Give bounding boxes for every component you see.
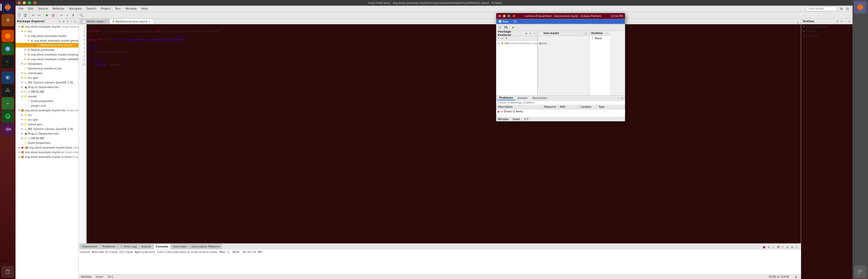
runtime-min-btn[interactable] — [503, 15, 505, 17]
rt-problems-max[interactable]: □ — [620, 96, 624, 100]
redo-btn[interactable]: ↪ — [36, 12, 42, 18]
collapse-all-btn[interactable]: ≡ — [58, 20, 61, 23]
rt-javadoc-tab[interactable]: Javadoc — [516, 96, 530, 100]
menu-refactor[interactable]: Refactor — [51, 6, 67, 11]
rt-pkg-btn-2[interactable]: ↪ — [501, 36, 504, 40]
maximize-button[interactable] — [28, 1, 31, 4]
code-text[interactable]: grammar org.xtext.example.mydsl.MyDsl wi… — [87, 24, 801, 243]
console-scroll-btn[interactable]: ⇩ — [771, 245, 776, 249]
tree-item-ecore[interactable]: 📄 Semantica.model.ecore — [16, 66, 79, 71]
runtime-pkg-minimize[interactable]: − — [532, 32, 536, 35]
firefox-icon[interactable] — [2, 30, 14, 42]
tree-item-jre2[interactable]: ▶ ☕ JRE System Library [JavaSE-1.8] — [16, 127, 79, 131]
close-tab-xtext[interactable]: × — [104, 20, 107, 23]
tab-mydsl-xtext[interactable]: 📄 MyDsl.xtext × — [80, 19, 110, 24]
eclipse-icon[interactable] — [2, 1, 14, 13]
toolbar-btn-3[interactable]: ⬆ — [70, 12, 76, 18]
rt-outline-test[interactable]: T #test — [590, 36, 610, 40]
tree-item-xtend-gen2[interactable]: ▶ 📁 xtend-gen — [16, 122, 79, 127]
rt-declaration-tab[interactable]: Declaration — [530, 96, 550, 100]
tree-item-build-props[interactable]: 📄 build.properties — [16, 99, 79, 103]
console-expand-btn[interactable]: ⊞ — [790, 245, 794, 249]
rt-pkg-btn-3[interactable]: ⬆ — [504, 36, 508, 40]
runtime-pkg-collapse[interactable]: ≡ — [524, 32, 528, 35]
tree-item-meta-inf2[interactable]: ▶ 📁 > META-INF — [16, 136, 79, 141]
save-btn[interactable] — [23, 12, 28, 18]
outline-collapse-btn[interactable]: ≡ — [836, 20, 839, 23]
rt-save-btn[interactable]: 💾 — [503, 25, 509, 30]
tree-item-templates[interactable]: ▶ 📁 templates — [16, 61, 79, 66]
spotify-icon[interactable] — [2, 110, 14, 122]
editor-maximize-btn[interactable]: □ — [796, 21, 800, 24]
test-editor-content[interactable]: Hello . — [538, 41, 589, 46]
perspective-other[interactable] — [854, 266, 866, 278]
minimize-button[interactable] — [23, 1, 26, 4]
rt-problems-min[interactable]: − — [616, 96, 620, 100]
trash-icon[interactable] — [2, 266, 14, 278]
outline-item-model[interactable]: M Model — [801, 29, 852, 34]
menu-source[interactable]: Source — [36, 6, 50, 11]
menu-window[interactable]: Window — [123, 6, 139, 11]
tree-item-build-props2[interactable]: 📄 build properties — [16, 141, 79, 145]
menu-navigate[interactable]: Navigate — [67, 6, 84, 11]
tree-item-model[interactable]: 📁 model — [16, 94, 79, 99]
tab-console[interactable]: Console — [153, 244, 171, 249]
tree-item-project1[interactable]: org.xtext.example.mydsl [mazi-mdsl-play … — [16, 24, 79, 29]
undo-btn[interactable]: ↩ — [30, 12, 36, 18]
tree-item-jre[interactable]: ▶ ☕ JRE System Library [JavaSE-1.8] — [16, 80, 79, 85]
rt-new-btn[interactable] — [497, 25, 503, 30]
tree-item-generator[interactable]: ▨ org.xtext.example.mydsl.generator — [16, 38, 79, 43]
console-wrap-btn[interactable]: ↵ — [781, 245, 785, 249]
tree-item-xtend-gen[interactable]: ▶ 📁 xtend-gen — [16, 71, 79, 75]
outline-minimize-btn[interactable]: − — [843, 20, 847, 23]
tree-item-src-gen2[interactable]: ▶ 📁 src-gen — [16, 117, 79, 122]
blue-app-icon[interactable]: e — [2, 71, 14, 84]
debug-btn[interactable] — [51, 12, 56, 18]
tree-item-jvmmodel[interactable]: ▶ ▨ MyDsl.jvmmodel — [16, 48, 79, 52]
maximize-pkg-btn[interactable]: □ — [73, 20, 77, 23]
rt-run-btn[interactable] — [510, 25, 516, 30]
menu-project[interactable]: Project — [99, 6, 113, 11]
quick-access-input[interactable] — [806, 6, 837, 11]
menu-edit[interactable]: Edit — [26, 6, 35, 11]
tree-item-src-gen[interactable]: ▶ 📁 src-gen — [16, 75, 79, 80]
console-stop-btn[interactable]: ■ — [762, 245, 766, 249]
menu-run[interactable]: Run — [113, 6, 123, 11]
error-group-item[interactable]: ▶ ⊘ Errors (1 item) — [496, 109, 625, 114]
tree-item-meta-inf[interactable]: ▶ 📁 > META-INF — [16, 89, 79, 94]
runtime-pkg-menu[interactable]: ▾ — [528, 32, 532, 35]
unity3d-icon[interactable] — [2, 84, 14, 97]
tree-item-plugin-deps[interactable]: ▶ 🔌 Plug-in Dependencies — [16, 85, 79, 89]
outline-menu-btn[interactable]: ▾ — [840, 20, 843, 23]
outline-item-greeting[interactable]: G Greeting — [801, 34, 852, 38]
minimize-pkg-btn[interactable]: − — [69, 20, 73, 23]
tab-interpreter[interactable]: Interpreter — [80, 244, 100, 249]
runtime-max-btn[interactable] — [507, 15, 510, 17]
runtime-close-btn[interactable] — [498, 15, 501, 17]
outline-maximize-btn[interactable]: □ — [847, 20, 851, 23]
files-icon[interactable] — [2, 14, 14, 26]
tree-item-project2[interactable]: org.xtext.example.mydsl.ide [mazi-mdsl-p… — [16, 108, 79, 113]
new-file-btn[interactable] — [17, 12, 22, 18]
tab-error-log[interactable]: ⚠ Error Log — [118, 244, 139, 249]
close-button[interactable] — [18, 1, 21, 4]
search-btn[interactable]: 🔍 — [78, 12, 84, 18]
green-app-icon[interactable] — [2, 97, 14, 110]
tab-generation-patterns[interactable]: Generation Patterns — [189, 244, 222, 249]
gimp-icon[interactable]: GIMP — [2, 123, 14, 135]
tree-item-project3[interactable]: ▶ ● org.xtext.example.mydsl.tests [mazi-… — [16, 145, 79, 150]
tree-item-project4[interactable]: ▶ org.xtext.example.mydsl.ui [mazi-mdsl-… — [16, 150, 79, 154]
tree-item-src2[interactable]: ▶ 📁 src — [16, 113, 79, 117]
run-btn[interactable] — [44, 12, 50, 18]
tree-item-pkg[interactable]: ▨ org.xtext.example.mydsl — [16, 34, 79, 38]
console-font-btn[interactable]: A — [785, 245, 789, 249]
rt-problems-tab[interactable]: Problems — [497, 96, 515, 100]
rt-pkg-btn-1[interactable]: ↩ — [497, 36, 500, 40]
toolbar-btn-1[interactable]: ⇦ — [58, 12, 64, 18]
link-with-editor-btn[interactable]: ⇄ — [62, 20, 65, 23]
perspective-btn[interactable]: ⊞ — [839, 6, 844, 11]
tree-item-generator-file[interactable]: X > MyDslGenerator.xtend — [16, 43, 79, 48]
gc-btn[interactable]: 🗑 — [793, 274, 799, 279]
chromium-icon[interactable] — [2, 43, 14, 55]
tab-search[interactable]: Search — [139, 244, 153, 249]
